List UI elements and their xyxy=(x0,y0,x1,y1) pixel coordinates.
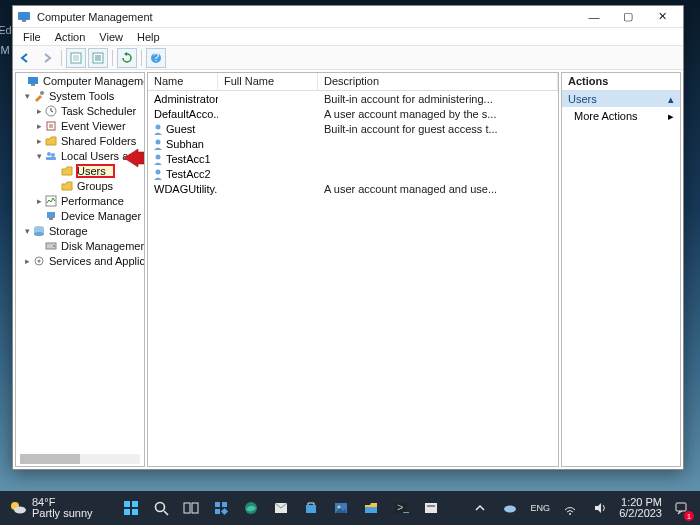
tree-storage[interactable]: Storage xyxy=(49,225,88,237)
menu-view[interactable]: View xyxy=(93,30,129,44)
twister-icon[interactable]: ▸ xyxy=(22,256,32,266)
list-item[interactable]: TestAcc2 xyxy=(148,166,558,181)
menu-action[interactable]: Action xyxy=(49,30,92,44)
menu-help[interactable]: Help xyxy=(131,30,166,44)
wifi-icon[interactable] xyxy=(559,497,581,519)
maximize-button[interactable]: ▢ xyxy=(611,6,645,28)
tree-disk-management[interactable]: Disk Management xyxy=(61,240,145,252)
twister-icon[interactable]: ▾ xyxy=(22,91,32,101)
tray-chevron[interactable] xyxy=(469,497,491,519)
col-description[interactable]: Description xyxy=(318,73,558,90)
scrollbar-thumb[interactable] xyxy=(20,454,80,464)
twister-icon[interactable]: ▾ xyxy=(34,151,44,161)
start-button[interactable] xyxy=(120,497,142,519)
tree-shared-folders[interactable]: Shared Folders xyxy=(61,135,136,147)
svg-point-18 xyxy=(51,153,55,157)
toolbar-btn-2[interactable] xyxy=(88,48,108,68)
list-item[interactable]: DefaultAcco...A user account managed by … xyxy=(148,106,558,121)
col-name[interactable]: Name xyxy=(148,73,218,90)
tree-system-tools[interactable]: System Tools xyxy=(49,90,114,102)
taskbar[interactable]: 84°F Partly sunny >_ ENG 1:20 xyxy=(0,491,700,525)
mail-button[interactable] xyxy=(270,497,292,519)
user-name: WDAGUtility... xyxy=(154,183,218,195)
user-desc: Built-in account for guest access t... xyxy=(318,123,558,135)
list-item[interactable]: Subhan xyxy=(148,136,558,151)
svg-rect-50 xyxy=(221,508,228,515)
svg-rect-59 xyxy=(425,503,437,513)
svg-rect-41 xyxy=(124,509,130,515)
svg-point-29 xyxy=(38,259,41,262)
storage-icon xyxy=(32,225,46,237)
svg-point-33 xyxy=(156,139,161,144)
list-rows[interactable]: AdministratorBuilt-in account for admini… xyxy=(148,91,558,466)
actions-header: Actions xyxy=(562,73,680,91)
list-item[interactable]: TestAcc1 xyxy=(148,151,558,166)
tree-task-scheduler[interactable]: Task Scheduler xyxy=(61,105,136,117)
actions-pane: Actions Users▴ More Actions▸ xyxy=(561,72,681,467)
user-name: TestAcc1 xyxy=(166,153,211,165)
svg-rect-19 xyxy=(46,157,56,160)
edge-button[interactable] xyxy=(240,497,262,519)
list-item[interactable]: AdministratorBuilt-in account for admini… xyxy=(148,91,558,106)
search-button[interactable] xyxy=(150,497,172,519)
svg-rect-1 xyxy=(22,20,26,22)
photos-button[interactable] xyxy=(330,497,352,519)
forward-button[interactable] xyxy=(37,48,57,68)
terminal-button[interactable]: >_ xyxy=(390,497,412,519)
list-pane: Name Full Name Description Administrator… xyxy=(147,72,559,467)
svg-rect-14 xyxy=(47,122,55,130)
twister-icon[interactable]: ▸ xyxy=(34,136,44,146)
user-icon xyxy=(152,138,164,150)
tree-local-users-groups[interactable]: Local Users and Groups xyxy=(61,150,145,162)
svg-rect-0 xyxy=(18,12,30,20)
twister-icon[interactable]: ▸ xyxy=(34,196,44,206)
svg-rect-22 xyxy=(49,218,53,220)
twister-icon[interactable]: ▾ xyxy=(22,226,32,236)
twister-icon[interactable]: ▸ xyxy=(34,121,44,131)
widgets-button[interactable] xyxy=(210,497,232,519)
tree-horizontal-scrollbar[interactable] xyxy=(20,454,140,464)
titlebar[interactable]: Computer Management — ▢ ✕ xyxy=(13,6,683,28)
twister-icon[interactable]: ▸ xyxy=(34,106,44,116)
language-indicator[interactable]: ENG xyxy=(529,497,551,519)
tree-event-viewer[interactable]: Event Viewer xyxy=(61,120,126,132)
tree-performance[interactable]: Performance xyxy=(61,195,124,207)
services-icon xyxy=(32,255,46,267)
tree-pane[interactable]: Computer Management (Local ▾System Tools… xyxy=(15,72,145,467)
toolbar-btn-1[interactable] xyxy=(66,48,86,68)
svg-point-35 xyxy=(156,169,161,174)
weather-icon xyxy=(8,498,28,518)
close-button[interactable]: ✕ xyxy=(645,6,679,28)
weather-widget[interactable]: 84°F Partly sunny xyxy=(8,497,93,519)
menu-file[interactable]: File xyxy=(17,30,47,44)
col-fullname[interactable]: Full Name xyxy=(218,73,318,90)
refresh-button[interactable] xyxy=(117,48,137,68)
disk-icon xyxy=(44,240,58,252)
volume-icon[interactable] xyxy=(589,497,611,519)
onedrive-icon[interactable] xyxy=(499,497,521,519)
user-desc: A user account managed by the s... xyxy=(318,108,558,120)
help-button[interactable]: ? xyxy=(146,48,166,68)
folder-icon xyxy=(60,180,74,192)
notif-badge: 1 xyxy=(684,511,694,521)
tree-users[interactable]: Users xyxy=(77,165,114,177)
notifications-button[interactable]: 1 xyxy=(670,497,692,519)
tree-device-manager[interactable]: Device Manager xyxy=(61,210,141,222)
explorer-button[interactable] xyxy=(360,497,382,519)
tree-root[interactable]: Computer Management (Local xyxy=(43,75,145,87)
more-actions[interactable]: More Actions▸ xyxy=(562,107,680,125)
minimize-button[interactable]: — xyxy=(577,6,611,28)
actions-context[interactable]: Users▴ xyxy=(562,91,680,107)
svg-point-32 xyxy=(156,124,161,129)
app-button[interactable] xyxy=(420,497,442,519)
svg-rect-49 xyxy=(215,509,220,514)
tree-groups[interactable]: Groups xyxy=(77,180,113,192)
back-button[interactable] xyxy=(15,48,35,68)
clock[interactable]: 1:20 PM 6/2/2023 xyxy=(619,497,662,519)
task-view-button[interactable] xyxy=(180,497,202,519)
store-button[interactable] xyxy=(300,497,322,519)
list-item[interactable]: GuestBuilt-in account for guest access t… xyxy=(148,121,558,136)
svg-rect-47 xyxy=(215,502,220,507)
list-item[interactable]: WDAGUtility...A user account managed and… xyxy=(148,181,558,196)
tree-services-apps[interactable]: Services and Applications xyxy=(49,255,145,267)
